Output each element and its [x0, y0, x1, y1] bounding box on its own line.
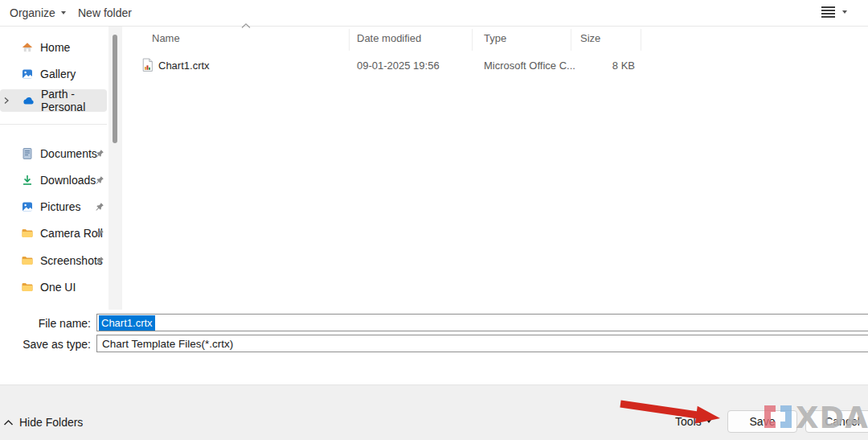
sidebar-item-home[interactable]: Home	[0, 36, 107, 59]
sidebar-item-label: Documents	[40, 147, 97, 160]
sidebar-item-downloads[interactable]: Downloads	[0, 169, 107, 191]
new-folder-button[interactable]: New folder	[78, 0, 132, 26]
chevron-up-icon	[3, 419, 14, 426]
chevron-right-icon	[2, 96, 10, 105]
navigation-sidebar: Home Gallery Parth - Personal Documents	[0, 27, 125, 310]
column-separator	[571, 29, 571, 51]
view-options-button[interactable]	[821, 6, 847, 18]
sidebar-item-label: Pictures	[40, 200, 81, 213]
folder-icon	[21, 254, 34, 267]
new-folder-label: New folder	[78, 6, 132, 19]
chart-file-icon	[141, 58, 154, 72]
sidebar-item-pictures[interactable]: Pictures	[0, 195, 107, 218]
pictures-icon	[21, 200, 34, 213]
onedrive-icon	[21, 94, 35, 107]
red-arrow-annotation	[617, 399, 723, 426]
details-view-icon	[821, 6, 835, 18]
save-button-label: Save	[750, 415, 776, 428]
sidebar-item-label: Gallery	[40, 68, 76, 80]
sidebar-separator	[0, 124, 107, 125]
file-name-label: File name:	[0, 317, 91, 330]
organize-label: Organize	[10, 6, 55, 19]
sidebar-item-one-ui[interactable]: One UI	[0, 276, 107, 298]
downloads-icon	[21, 174, 34, 187]
file-name-cell: Chart1.crtx	[158, 60, 210, 72]
sidebar-item-camera-roll[interactable]: Camera Roll	[0, 222, 107, 245]
file-name-selected-text: Chart1.crtx	[99, 315, 155, 331]
save-button[interactable]: Save	[727, 410, 797, 433]
pin-icon	[95, 149, 104, 158]
hide-folders-label: Hide Folders	[19, 416, 83, 429]
pin-icon	[95, 256, 104, 265]
column-header-name[interactable]: Name	[152, 32, 180, 44]
column-separator	[472, 29, 473, 51]
column-header-date-modified[interactable]: Date modified	[357, 32, 421, 44]
sidebar-item-parth-personal[interactable]: Parth - Personal	[0, 89, 107, 112]
cancel-button[interactable]: Cancel	[805, 410, 868, 433]
cancel-button-label: Cancel	[825, 415, 860, 428]
sidebar-item-screenshots[interactable]: Screenshots	[0, 249, 107, 272]
dropdown-caret-icon	[842, 10, 847, 14]
documents-icon	[21, 147, 34, 160]
column-header-type[interactable]: Type	[484, 32, 506, 44]
file-type-cell: Microsoft Office C...	[484, 60, 575, 72]
sidebar-item-label: Camera Roll	[40, 227, 103, 240]
gallery-icon	[21, 68, 34, 80]
dialog-toolbar: Organize New folder	[0, 0, 868, 27]
file-row-chart1[interactable]: Chart1.crtx 09-01-2025 19:56 Microsoft O…	[129, 56, 643, 76]
organize-button[interactable]: Organize	[10, 0, 66, 26]
save-as-type-select[interactable]: Chart Template Files(*.crtx)	[96, 335, 868, 352]
sidebar-scrollbar-thumb[interactable]	[113, 35, 117, 143]
pin-icon	[95, 175, 104, 185]
file-date-cell: 09-01-2025 19:56	[357, 60, 440, 72]
sort-ascending-icon	[240, 23, 252, 29]
hide-folders-button[interactable]: Hide Folders	[3, 416, 83, 429]
column-separator	[641, 29, 641, 51]
pin-icon	[95, 228, 104, 238]
home-icon	[21, 41, 34, 54]
file-name-input[interactable]: Chart1.crtx	[96, 314, 868, 331]
sidebar-item-label: Downloads	[40, 174, 96, 187]
folder-icon	[21, 281, 34, 294]
folder-icon	[21, 227, 34, 240]
sidebar-item-label: Home	[40, 41, 70, 54]
sidebar-item-label: One UI	[40, 281, 76, 294]
sidebar-item-label: Parth - Personal	[41, 88, 107, 113]
column-header-size[interactable]: Size	[580, 32, 600, 44]
sidebar-item-gallery[interactable]: Gallery	[0, 63, 107, 85]
dropdown-caret-icon	[61, 11, 66, 14]
column-separator	[349, 29, 350, 51]
file-size-cell: 8 KB	[575, 60, 635, 72]
pin-icon	[95, 202, 104, 212]
save-as-type-value: Chart Template Files(*.crtx)	[102, 338, 233, 350]
sidebar-item-label: Screenshots	[40, 254, 103, 267]
sidebar-item-documents[interactable]: Documents	[0, 142, 107, 165]
save-as-type-label: Save as type:	[0, 338, 91, 351]
sidebar-scrollbar-track[interactable]	[108, 27, 122, 310]
